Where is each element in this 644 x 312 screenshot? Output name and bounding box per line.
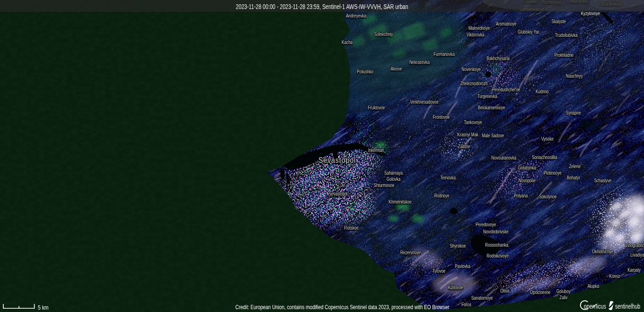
svg-text:Golovka: Golovka [386, 176, 401, 182]
svg-text:Glubokiy Yar: Glubokiy Yar [518, 29, 539, 35]
svg-text:Bohatyr: Bohatyr [567, 175, 580, 180]
svg-text:Vinogradnoe: Vinogradnoe [625, 242, 644, 248]
svg-text:Bakhchysarai: Bakhchysarai [487, 55, 510, 61]
svg-text:Viktorovka: Viktorovka [466, 32, 484, 37]
svg-text:Saharnaya: Saharnaya [385, 170, 403, 176]
svg-text:Male Sadove: Male Sadove [482, 133, 504, 138]
svg-text:Khmelnitskoe: Khmelnitskoe [389, 199, 411, 205]
svg-text:Credit: European Union, contai: Credit: European Union, contains modifie… [235, 303, 449, 311]
svg-text:Tankovoye: Tankovoye [464, 119, 483, 125]
svg-text:Ternovka: Ternovka [440, 175, 456, 180]
svg-text:Andreyevka: Andreyevka [346, 13, 367, 18]
svg-text:Oliva: Oliva [501, 288, 510, 294]
svg-text:Trudoliubivka: Trudoliubivka [555, 32, 578, 38]
svg-text:Zheleznodorozh: Zheleznodorozh [460, 80, 488, 86]
svg-text:Rezervnoye: Rezervnoye [401, 250, 421, 255]
svg-text:Peredovoye: Peredovoye [476, 222, 496, 227]
svg-text:Nauchnyy: Nauchnyy [566, 73, 583, 79]
svg-text:Alupka: Alupka [588, 283, 599, 289]
svg-text:Kudrino: Kudrino [536, 89, 549, 94]
svg-text:Novenkoye: Novenkoye [462, 66, 481, 72]
svg-text:Tylovoe: Tylovoe [432, 268, 446, 274]
svg-text:Kizilovoe: Kizilovoe [448, 285, 463, 290]
svg-text:Skalyste: Skalyste [552, 18, 566, 24]
svg-text:Golubynka: Golubynka [518, 165, 537, 170]
svg-text:Verkhnesadovoe: Verkhnesadovoe [410, 99, 438, 105]
svg-text:Zaliv: Zaliv [560, 294, 568, 300]
svg-text:Koreiz: Koreiz [609, 273, 620, 279]
svg-text:Shturmovoe: Shturmovoe [374, 182, 394, 188]
svg-text:Kacha: Kacha [342, 39, 353, 45]
svg-text:Soniachnosillia: Soniachnosillia [532, 154, 557, 160]
svg-text:Novoulianovka: Novoulianovka [492, 155, 517, 160]
svg-text:Vysoke: Vysoke [541, 136, 554, 142]
svg-text:Sevastopol: Sevastopol [319, 156, 356, 164]
svg-text:Krasnyi Mak: Krasnyi Mak [457, 132, 478, 137]
svg-text:Flotskoe: Flotskoe [344, 225, 358, 231]
svg-text:Shyrokoe: Shyrokoe [450, 243, 466, 249]
svg-text:Aromatnoye: Aromatnoye [496, 21, 516, 27]
svg-text:sentinelhub: sentinelhub [615, 303, 640, 310]
svg-text:Novobobrivske: Novobobrivske [483, 229, 508, 234]
svg-text:Rodnikovoye: Rodnikovoye [487, 253, 509, 259]
svg-text:Foros: Foros [462, 302, 472, 307]
svg-text:Synapne: Synapne [566, 110, 581, 116]
svg-text:Okhotnichye: Okhotnichye [592, 249, 614, 254]
svg-text:Livadiya: Livadiya [630, 252, 644, 258]
svg-text:Schaslyve: Schaslyve [594, 178, 612, 183]
svg-text:Rodnoye: Rodnoye [434, 193, 449, 198]
svg-text:Zelene: Zelene [569, 163, 581, 169]
svg-text:Plotinnoye: Plotinnoye [544, 170, 562, 176]
svg-text:Solnechniy: Solnechniy [374, 31, 393, 37]
svg-text:Belokamennoye: Belokamennoye [478, 105, 505, 110]
svg-text:Zalisne: Zalisne [458, 143, 470, 149]
svg-text:Poliushko: Poliushko [357, 69, 374, 74]
svg-text:Furmanovka: Furmanovka [434, 51, 455, 57]
svg-text:2023-11-28 00:00 - 2023-11-28: 2023-11-28 00:00 - 2023-11-28 23:59, Sen… [236, 3, 408, 10]
svg-text:Prokhladne: Prokhladne [555, 52, 574, 58]
svg-text:Pavlovka: Pavlovka [455, 263, 471, 269]
svg-text:Rossoshanka: Rossoshanka [485, 242, 509, 248]
svg-text:Inkerman: Inkerman [368, 147, 384, 153]
svg-text:Karpaty: Karpaty [627, 267, 641, 273]
svg-text:Frontovoe: Frontovoe [433, 114, 450, 120]
svg-text:Fruktovoe: Fruktovoe [368, 105, 385, 110]
svg-text:Sevastopol: Sevastopol [329, 191, 348, 196]
svg-text:Sanatornoye: Sanatornoye [471, 295, 493, 301]
svg-text:Sokolynoe: Sokolynoe [539, 194, 557, 199]
svg-text:Malovidnoye: Malovidnoye [468, 25, 490, 31]
svg-text:Peredushchel'ne: Peredushchel'ne [492, 87, 520, 92]
svg-text:Turgenevka: Turgenevka [477, 93, 498, 99]
svg-text:Novopolie: Novopolie [519, 178, 536, 183]
svg-text:Nekrasovka: Nekrasovka [410, 59, 430, 65]
svg-text:Goluboy: Goluboy [556, 288, 571, 294]
svg-text:Alvove: Alvove [391, 66, 402, 71]
svg-text:Polyana: Polyana [514, 193, 528, 198]
svg-text:Opolznevoe: Opolznevoe [530, 289, 551, 295]
svg-text:5 km: 5 km [38, 304, 49, 311]
